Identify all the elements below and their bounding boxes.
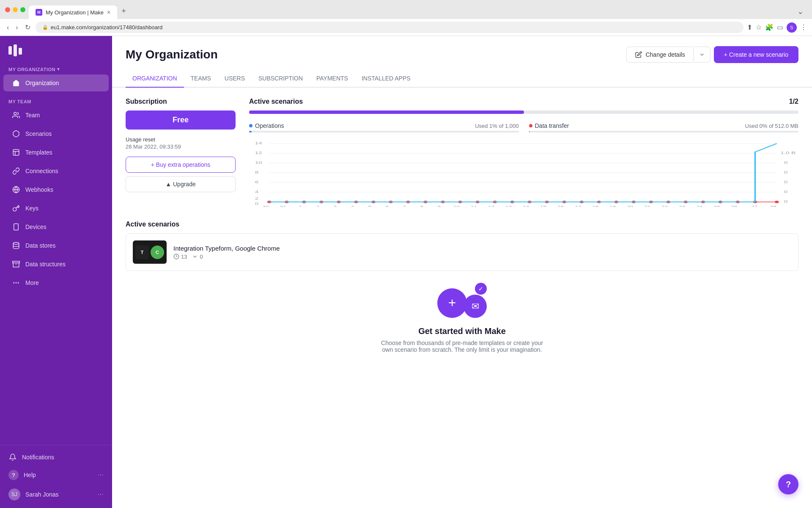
sidebar-item-organization[interactable]: Organization bbox=[3, 75, 109, 91]
plan-badge: Free bbox=[126, 110, 236, 130]
operations-bar-fill bbox=[249, 131, 252, 133]
tab-organization[interactable]: ORGANIZATION bbox=[126, 70, 184, 88]
sidebar-notifications[interactable]: Notifications bbox=[0, 449, 112, 466]
svg-text:28.: 28. bbox=[770, 205, 778, 207]
user-more-button[interactable]: ⋯ bbox=[98, 491, 104, 498]
svg-point-11 bbox=[16, 282, 16, 283]
address-bar[interactable]: 🔒 eu1.make.com/organization/17480/dashbo… bbox=[36, 22, 743, 33]
svg-text:0: 0 bbox=[784, 190, 788, 194]
active-tab[interactable]: M My Organization | Make × bbox=[29, 6, 117, 19]
sidebar-button[interactable]: ▭ bbox=[777, 23, 783, 31]
data-transfer-header: Data transfer Used 0% of 512.0 MB bbox=[529, 122, 799, 129]
sidebar-item-data-stores[interactable]: Data stores bbox=[3, 237, 109, 254]
svg-text:3.: 3. bbox=[333, 205, 338, 207]
extensions-button[interactable]: 🧩 bbox=[765, 23, 774, 31]
user-avatar-browser[interactable]: S bbox=[787, 22, 797, 33]
menu-button[interactable]: ⋮ bbox=[800, 23, 807, 31]
change-details-dropdown-button[interactable] bbox=[694, 47, 710, 63]
subscription-card: Subscription Free Usage reset 28 Mar 202… bbox=[126, 98, 236, 207]
close-window-button[interactable] bbox=[5, 7, 10, 12]
scenario-errors: 0 bbox=[192, 254, 203, 260]
tab-payments[interactable]: PAYMENTS bbox=[310, 70, 355, 88]
svg-text:14: 14 bbox=[255, 141, 262, 145]
sidebar-item-scenarios[interactable]: Scenarios bbox=[3, 125, 109, 142]
help-more-button[interactable]: ⋯ bbox=[98, 472, 104, 478]
sidebar-item-team[interactable]: Team bbox=[3, 107, 109, 124]
new-tab-button[interactable]: + bbox=[118, 3, 129, 19]
help-fab-button[interactable]: ? bbox=[778, 474, 798, 494]
sidebar-item-webhooks[interactable]: Webhooks bbox=[3, 181, 109, 198]
forward-button[interactable]: › bbox=[14, 22, 19, 33]
svg-text:2.: 2. bbox=[316, 205, 321, 207]
svg-text:6.: 6. bbox=[385, 205, 390, 207]
data-transfer-used: Used 0% of 512.0 MB bbox=[745, 123, 798, 129]
templates-icon bbox=[12, 148, 20, 157]
tab-close-button[interactable]: × bbox=[107, 9, 110, 16]
app-container: MY ORGANIZATION ▾ Organization MY TEAM T… bbox=[0, 36, 812, 508]
edit-icon bbox=[635, 51, 642, 58]
devices-label: Devices bbox=[25, 224, 47, 230]
svg-text:0: 0 bbox=[784, 199, 788, 204]
tab-subscription[interactable]: SUBSCRIPTION bbox=[252, 70, 310, 88]
svg-text:14.: 14. bbox=[523, 205, 531, 207]
change-details-button[interactable]: Change details bbox=[626, 47, 694, 63]
sidebar: MY ORGANIZATION ▾ Organization MY TEAM T… bbox=[0, 36, 112, 508]
scenario-card[interactable]: T C Integration Typeform, Google Chrome … bbox=[126, 233, 798, 271]
svg-rect-9 bbox=[13, 261, 20, 263]
typeform-icon: T bbox=[135, 246, 149, 259]
back-button[interactable]: ‹ bbox=[5, 22, 11, 33]
svg-point-3 bbox=[14, 112, 16, 115]
connections-icon bbox=[12, 167, 20, 175]
scenarios-icon bbox=[12, 130, 20, 138]
svg-text:11.: 11. bbox=[471, 205, 479, 207]
svg-text:0: 0 bbox=[255, 202, 259, 206]
svg-rect-0 bbox=[8, 46, 12, 55]
dashboard: Subscription Free Usage reset 28 Mar 202… bbox=[112, 88, 812, 380]
tab-teams[interactable]: TEAMS bbox=[184, 70, 218, 88]
share-button[interactable]: ⬆ bbox=[747, 23, 752, 31]
sidebar-item-more[interactable]: More bbox=[3, 274, 109, 291]
sidebar-user[interactable]: SJ Sarah Jonas ⋯ bbox=[0, 484, 112, 505]
sidebar-item-keys[interactable]: Keys bbox=[3, 200, 109, 217]
sidebar-item-templates[interactable]: Templates bbox=[3, 144, 109, 161]
scenarios-progress-bar bbox=[249, 110, 798, 114]
bookmark-button[interactable]: ☆ bbox=[756, 23, 762, 31]
fullscreen-window-button[interactable] bbox=[20, 7, 25, 12]
my-organization-section-label: MY ORGANIZATION ▾ bbox=[0, 63, 112, 74]
get-started-description: Choose from thousands of pre-made templa… bbox=[378, 340, 547, 353]
refresh-button[interactable]: ↻ bbox=[23, 22, 32, 33]
runs-icon bbox=[173, 254, 179, 260]
buy-operations-button[interactable]: + Buy extra operations bbox=[126, 157, 236, 173]
user-avatar: SJ bbox=[8, 489, 20, 500]
keys-label: Keys bbox=[25, 205, 38, 212]
usage-reset: Usage reset 28 Mar 2022, 09:33:59 bbox=[126, 136, 236, 150]
minimize-window-button[interactable] bbox=[13, 7, 18, 12]
create-scenario-button[interactable]: + Create a new scenario bbox=[714, 46, 798, 63]
svg-text:8.: 8. bbox=[420, 205, 425, 207]
sidebar-help[interactable]: ? Help ⋯ bbox=[0, 466, 112, 484]
tab-installed-apps[interactable]: INSTALLED APPS bbox=[355, 70, 417, 88]
page-title: My Organization bbox=[126, 48, 218, 61]
data-transfer-bar-fill bbox=[529, 131, 529, 133]
chevron-down-icon bbox=[699, 52, 705, 58]
usage-reset-label: Usage reset bbox=[126, 136, 236, 143]
svg-text:8: 8 bbox=[255, 170, 259, 174]
sidebar-item-devices[interactable]: Devices bbox=[3, 218, 109, 235]
metrics-row: Operations Used 1% of 1,000 bbox=[249, 122, 798, 133]
user-name: Sarah Jonas bbox=[25, 491, 59, 498]
sidebar-item-connections[interactable]: Connections bbox=[3, 163, 109, 179]
svg-text:19.: 19. bbox=[609, 205, 617, 207]
upgrade-button[interactable]: ▲ Upgrade bbox=[126, 176, 236, 192]
get-started-section: ✓ + ✉ Get started with Make Choose from … bbox=[126, 271, 798, 370]
tab-favicon: M bbox=[36, 9, 42, 16]
sidebar-item-data-structures[interactable]: Data structures bbox=[3, 256, 109, 273]
more-icon bbox=[12, 279, 20, 287]
connections-label: Connections bbox=[25, 168, 58, 174]
svg-text:1.0 B: 1.0 B bbox=[780, 151, 796, 155]
chrome-icon: C bbox=[151, 246, 164, 259]
scenario-thumbnail: T C bbox=[133, 240, 167, 264]
tab-users[interactable]: USERS bbox=[218, 70, 252, 88]
data-transfer-bar bbox=[529, 131, 799, 133]
address-text: eu1.make.com/organization/17480/dashboar… bbox=[51, 24, 163, 30]
svg-text:0: 0 bbox=[784, 180, 788, 184]
